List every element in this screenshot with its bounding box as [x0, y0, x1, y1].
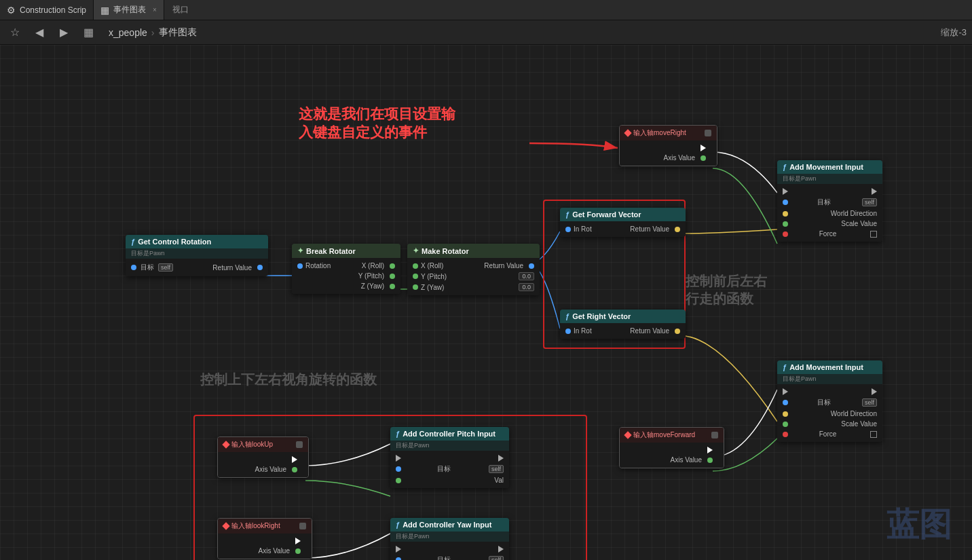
ami1-force-row: Force: [777, 229, 882, 239]
grv-row-inrot: In Rot Return Value: [560, 326, 686, 336]
node-add-controller-yaw[interactable]: ƒ Add Controller Yaw Input 目标是Pawn 目标 se…: [390, 518, 509, 560]
blueprint-canvas[interactable]: 这就是我们在项目设置输入键盘自定义的事件 控制前后左右行走的函数 控制上下左右视…: [0, 45, 972, 560]
input-moveforward-axis: Axis Value: [625, 455, 718, 465]
gcr-title: Get Control Rotation: [138, 238, 211, 246]
toolbar: ☆ ◀ ▶ ▦ x_people › 事件图表 缩放-3: [0, 20, 972, 45]
ami2-scale-row: Scale Value: [777, 419, 882, 429]
input-moveforward-close[interactable]: [711, 432, 718, 438]
node-input-lookup[interactable]: 输入轴lookUp Axis Value: [217, 436, 309, 478]
ami2-target-row: 目标 self: [777, 396, 882, 409]
acp-target-row: 目标 self: [390, 463, 509, 475]
annotation-walk-function: 控制前后左右行走的函数: [686, 272, 767, 307]
node-get-control-rotation[interactable]: ƒ Get Control Rotation 目标是Pawn 目标 self R…: [126, 235, 268, 276]
watermark: 蓝图: [886, 503, 952, 546]
titlebar: ⚙ Construction Scrip ▦ 事件图表 × 视口: [0, 0, 972, 20]
br-title: Break Rotator: [306, 247, 356, 255]
ami2-subtitle: 目标是Pawn: [777, 374, 882, 384]
br-row-yaw: Z (Yaw): [292, 281, 400, 291]
input-lookup-close[interactable]: [296, 441, 303, 448]
ami1-subtitle: 目标是Pawn: [777, 174, 882, 184]
node-add-movement-1[interactable]: ƒ Add Movement Input 目标是Pawn 目标 self Wor…: [777, 160, 882, 242]
input-moveright-title: 输入轴moveRight: [633, 128, 686, 138]
node-input-moveright[interactable]: 输入轴moveRight Axis Value: [619, 125, 717, 166]
input-lookup-title: 输入轴lookUp: [231, 440, 273, 449]
acy-subtitle: 目标是Pawn: [390, 531, 509, 542]
grid-icon: ▦: [79, 23, 98, 42]
tab1-label: Construction Scrip: [20, 5, 86, 15]
tab2-close-button[interactable]: ×: [153, 6, 157, 14]
tab-event-graph[interactable]: ▦ 事件图表 ×: [94, 0, 164, 20]
gcr-subtitle: 目标是Pawn: [126, 248, 268, 259]
back-icon: ◀: [35, 26, 43, 39]
gcr-row-target: 目标 self Return Value: [126, 261, 268, 274]
acp-val-row: Val: [390, 475, 509, 485]
input-lookup-axis: Axis Value: [223, 464, 303, 474]
zoom-level: 缩放-3: [941, 26, 967, 39]
input-lookright-exec: [223, 536, 306, 546]
back-button[interactable]: ◀: [30, 23, 49, 42]
input-diamond-icon: [624, 129, 631, 136]
mr-row-yaw: Z (Yaw) 0.0: [407, 282, 540, 293]
ami2-worlddir-row: World Direction: [777, 409, 882, 419]
star-button[interactable]: ☆: [5, 23, 24, 42]
gfv-row-inrot: In Rot Return Value: [560, 224, 686, 234]
annotation-rotate-function: 控制上下左右视角旋转的函数: [200, 371, 377, 389]
node-input-moveforward[interactable]: 输入轴moveForward Axis Value: [619, 427, 724, 468]
node-add-movement-2[interactable]: ƒ Add Movement Input 目标是Pawn 目标 self Wor…: [777, 360, 882, 442]
breadcrumb-graph[interactable]: 事件图表: [159, 26, 197, 39]
node-break-rotator[interactable]: ✦ Break Rotator Rotation X (Roll) Y (Pit…: [292, 244, 400, 294]
input-moveright-exec-out: [625, 143, 711, 153]
input-moveforward-title: 输入轴moveForward: [633, 430, 695, 440]
ami1-target-row: 目标 self: [777, 196, 882, 208]
input-moveforward-exec: [625, 445, 718, 455]
acp-title: Add Controller Pitch Input: [403, 430, 496, 438]
mr-row-pitch: Y (Pitch) 0.0: [407, 271, 540, 282]
grv-title: Get Right Vector: [572, 312, 631, 320]
node-get-forward-vector[interactable]: ƒ Get Forward Vector In Rot Return Value: [560, 208, 686, 237]
acp-exec-row: [390, 453, 509, 463]
tab-construction-script[interactable]: ⚙ Construction Scrip: [0, 0, 94, 20]
window-title: 视口: [164, 4, 197, 16]
ami2-force-row: Force: [777, 429, 882, 439]
mr-row-roll: X (Roll) Return Value: [407, 261, 540, 271]
construction-script-icon: ⚙: [7, 5, 16, 16]
star-icon: ☆: [10, 26, 20, 39]
forward-button[interactable]: ▶: [54, 23, 73, 42]
annotation-custom-event: 这就是我们在项目设置输入键盘自定义的事件: [299, 105, 455, 142]
node-get-right-vector[interactable]: ƒ Get Right Vector In Rot Return Value: [560, 310, 686, 339]
breadcrumb: x_people › 事件图表: [109, 26, 197, 39]
br-row-rotation: Rotation X (Roll): [292, 261, 400, 271]
ami1-title: Add Movement Input: [789, 163, 863, 171]
input-moveforward-diamond: [624, 431, 631, 438]
acy-target-row: 目标 self: [390, 554, 509, 560]
br-row-pitch: Y (Pitch): [292, 271, 400, 281]
ami2-title: Add Movement Input: [789, 363, 863, 371]
gfv-title: Get Forward Vector: [572, 210, 641, 219]
input-lookup-exec: [223, 455, 303, 464]
input-lookup-diamond: [222, 441, 229, 448]
node-add-controller-pitch[interactable]: ƒ Add Controller Pitch Input 目标是Pawn 目标 …: [390, 427, 509, 488]
acy-exec-row: [390, 544, 509, 554]
node-input-lookright[interactable]: 输入轴lookRight Axis Value: [217, 518, 312, 559]
mr-title: Make Rotator: [422, 247, 469, 255]
input-lookright-title: 输入轴lookRight: [231, 521, 280, 531]
input-lookright-close[interactable]: [299, 523, 306, 529]
input-lookright-axis: Axis Value: [223, 546, 306, 556]
acp-subtitle: 目标是Pawn: [390, 441, 509, 451]
input-lookright-diamond: [222, 522, 229, 529]
event-graph-icon: ▦: [100, 5, 109, 16]
ami1-scale-row: Scale Value: [777, 219, 882, 229]
tab2-label: 事件图表: [113, 4, 146, 16]
input-moveright-axis: Axis Value: [625, 153, 711, 163]
ami2-exec-row: [777, 387, 882, 396]
ami1-exec-row: [777, 187, 882, 196]
ami1-worlddir-row: World Direction: [777, 208, 882, 219]
input-moveright-close[interactable]: [705, 130, 711, 136]
acy-title: Add Controller Yaw Input: [403, 521, 491, 529]
breadcrumb-project[interactable]: x_people: [109, 27, 147, 38]
node-make-rotator[interactable]: ✦ Make Rotator X (Roll) Return Value Y (…: [407, 244, 540, 295]
forward-icon: ▶: [60, 26, 68, 39]
breadcrumb-separator: ›: [151, 27, 155, 38]
